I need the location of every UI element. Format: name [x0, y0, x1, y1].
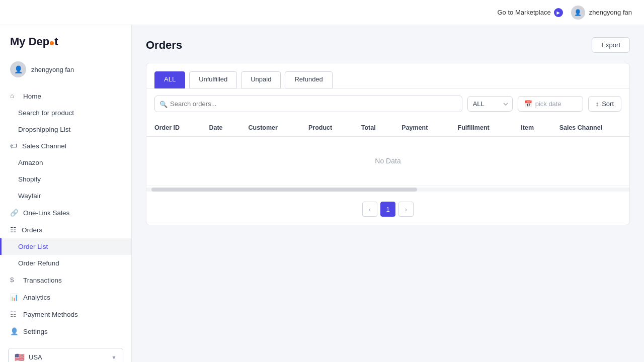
col-sales-channel: Sales Channel	[551, 119, 629, 137]
no-data-row: No Data	[146, 137, 629, 186]
home-icon: ⌂	[10, 92, 18, 100]
sidebar-item-label: Home	[23, 93, 41, 100]
card-icon: ☷	[10, 310, 18, 318]
sort-button[interactable]: ↕ Sort	[588, 96, 621, 112]
sidebar-item-wayfair[interactable]: Wayfair	[0, 188, 131, 204]
sidebar-item-transactions[interactable]: $ Transactions	[0, 272, 131, 289]
col-fulfillment: Fulfillment	[450, 119, 513, 137]
dollar-icon: $	[10, 276, 18, 284]
tag-icon: 🏷	[10, 142, 17, 150]
col-customer: Customer	[240, 119, 300, 137]
tab-all[interactable]: ALL	[154, 71, 185, 88]
col-date: Date	[201, 119, 240, 137]
page-header: Orders Export	[146, 37, 630, 53]
orders-tabs: ALL Unfulfilled Unpaid Refunded	[146, 63, 629, 88]
sidebar-item-label: Transactions	[23, 277, 62, 284]
scroll-track[interactable]	[146, 188, 629, 192]
search-wrapper: 🔍	[154, 96, 462, 112]
sidebar-section-sales-channel[interactable]: 🏷 Sales Channel	[0, 138, 131, 154]
tab-refunded[interactable]: Refunded	[285, 71, 332, 88]
flag-icon: 🇺🇸	[15, 352, 25, 362]
sidebar-item-label: One-Link Sales	[23, 209, 69, 217]
sidebar-item-label: Order Refund	[18, 259, 59, 267]
prev-page-button[interactable]: ‹	[362, 202, 377, 217]
link-icon: 🔗	[10, 209, 18, 217]
logo-text: My Dept	[10, 35, 58, 48]
export-button[interactable]: Export	[592, 37, 630, 53]
sidebar-item-analytics[interactable]: 📊 Analytics	[0, 289, 131, 306]
sidebar-item-settings[interactable]: 👤 Settings	[0, 323, 131, 340]
sidebar-avatar: 👤	[10, 61, 26, 77]
col-payment: Payment	[393, 119, 449, 137]
search-input[interactable]	[154, 96, 462, 112]
layout: My Dept 👤 zhengyong fan ⌂ Home Search fo…	[0, 25, 644, 362]
topbar: Go to Marketplace ► 👤 zhengyong fan	[0, 0, 644, 25]
tab-unfulfilled[interactable]: Unfulfilled	[189, 71, 237, 88]
date-placeholder: pick date	[535, 100, 561, 108]
no-data-label: No Data	[375, 157, 400, 165]
sidebar-item-label: Orders	[22, 226, 42, 234]
col-item: Item	[513, 119, 551, 137]
col-total: Total	[353, 119, 394, 137]
next-page-button[interactable]: ›	[398, 202, 414, 217]
sidebar-item-amazon[interactable]: Amazon	[0, 154, 131, 171]
scroll-thumb	[151, 188, 417, 192]
page-1-button[interactable]: 1	[380, 202, 395, 217]
marketplace-label: Go to Marketplace	[497, 9, 550, 16]
sort-icon: ↕	[596, 100, 599, 108]
sidebar-item-label: Order List	[18, 243, 48, 250]
sidebar-item-label: Payment Methods	[23, 311, 78, 318]
sidebar: My Dept 👤 zhengyong fan ⌂ Home Search fo…	[0, 25, 132, 362]
pagination: ‹ 1 ›	[146, 194, 629, 225]
sidebar-item-label: Amazon	[18, 159, 43, 166]
status-filter-select[interactable]: ALL	[467, 96, 513, 112]
sidebar-item-label: Search for product	[18, 109, 74, 117]
grid-icon: ☷	[10, 226, 17, 234]
sidebar-item-dropshipping-list[interactable]: Dropshipping List	[0, 121, 131, 138]
user-icon: 👤	[10, 327, 18, 335]
orders-table: Order ID Date Customer Product Total Pay…	[146, 119, 629, 186]
topbar-user: 👤 zhengyong fan	[571, 6, 632, 20]
orders-card: ALL Unfulfilled Unpaid Refunded 🔍 ALL 📅 …	[146, 63, 630, 225]
chevron-down-icon: ▼	[111, 354, 117, 360]
col-order-id: Order ID	[146, 119, 201, 137]
sidebar-nav: ⌂ Home Search for product Dropshipping L…	[0, 85, 131, 342]
col-product: Product	[300, 119, 353, 137]
topbar-username: zhengyong fan	[589, 9, 632, 16]
sidebar-section-orders[interactable]: ☷ Orders	[0, 221, 131, 238]
table-scroll-area: Order ID Date Customer Product Total Pay…	[146, 119, 629, 186]
sidebar-item-label: Analytics	[23, 294, 50, 301]
sidebar-item-label: Wayfair	[18, 192, 41, 200]
tab-unpaid[interactable]: Unpaid	[241, 71, 281, 88]
sidebar-user: 👤 zhengyong fan	[0, 56, 131, 85]
country-name: USA	[29, 353, 42, 361]
sidebar-item-label: Dropshipping List	[18, 126, 70, 133]
calendar-icon: 📅	[524, 100, 532, 108]
sidebar-item-label: Shopify	[18, 175, 41, 183]
sidebar-item-one-link-sales[interactable]: 🔗 One-Link Sales	[0, 204, 131, 221]
country-selector[interactable]: 🇺🇸 USA ▼	[8, 348, 123, 362]
sort-label: Sort	[602, 100, 614, 108]
sidebar-item-payment-methods[interactable]: ☷ Payment Methods	[0, 306, 131, 323]
logo-dot	[50, 41, 54, 45]
sidebar-item-shopify[interactable]: Shopify	[0, 171, 131, 188]
avatar: 👤	[571, 6, 585, 20]
filters-row: 🔍 ALL 📅 pick date ↕ Sort	[146, 88, 629, 119]
sidebar-item-order-refund[interactable]: Order Refund	[0, 255, 131, 272]
sidebar-item-order-list[interactable]: Order List	[0, 238, 131, 255]
sidebar-item-label: Settings	[23, 328, 48, 335]
marketplace-link[interactable]: Go to Marketplace ►	[497, 8, 562, 17]
page-title: Orders	[146, 39, 182, 52]
search-icon: 🔍	[159, 100, 168, 108]
sidebar-item-home[interactable]: ⌂ Home	[0, 87, 131, 105]
sidebar-item-search-product[interactable]: Search for product	[0, 105, 131, 121]
main-content: Orders Export ALL Unfulfilled Unpaid Ref…	[132, 25, 644, 362]
logo: My Dept	[0, 25, 131, 56]
marketplace-arrow-icon: ►	[554, 8, 563, 17]
chart-icon: 📊	[10, 293, 18, 301]
sidebar-username: zhengyong fan	[31, 66, 74, 73]
sidebar-item-label: Sales Channel	[22, 142, 66, 150]
date-picker[interactable]: 📅 pick date	[518, 96, 583, 112]
